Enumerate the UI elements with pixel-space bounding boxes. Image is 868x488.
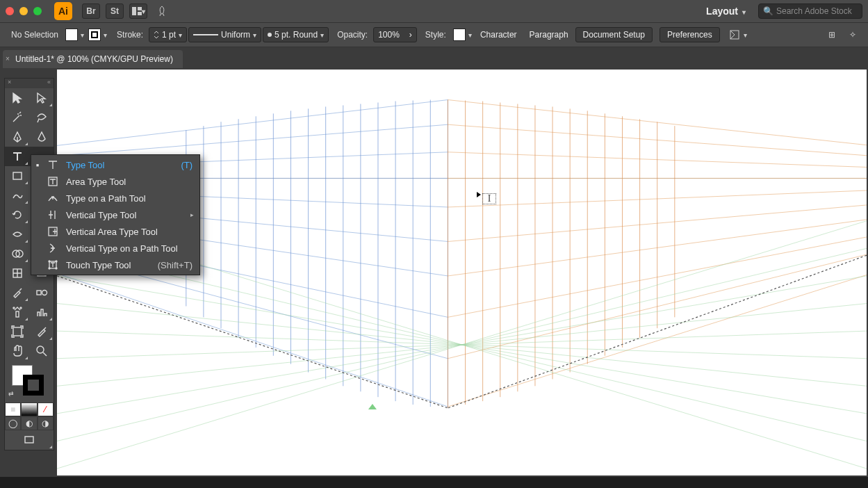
graphic-style-swatch[interactable]	[452, 29, 473, 41]
chevron-down-icon	[744, 30, 747, 40]
style-label: Style:	[425, 30, 446, 40]
flyout-item-touch-type-tool[interactable]: Touch Type Tool (Shift+T)	[31, 257, 199, 273]
stroke-profile-value: Uniform	[221, 30, 250, 40]
gpu-rocket-button[interactable]	[153, 3, 171, 19]
align-to-button[interactable]	[727, 29, 748, 40]
close-window-icon[interactable]	[6, 7, 14, 15]
selection-tool[interactable]	[5, 88, 29, 108]
character-panel-link[interactable]: Character	[480, 30, 517, 40]
stroke-color-icon[interactable]	[23, 375, 44, 396]
svg-point-94	[56, 268, 57, 269]
arrange-documents-button[interactable]	[129, 3, 147, 19]
pen-tool[interactable]	[5, 127, 29, 147]
blend-tool[interactable]	[29, 283, 54, 302]
chevron-down-icon	[253, 30, 256, 40]
flyout-item-vertical-area-type-tool[interactable]: Vertical Area Type Tool	[31, 223, 199, 240]
draw-normal[interactable]: ◯	[5, 416, 21, 430]
curvature-tool[interactable]	[29, 127, 54, 147]
shape-builder-tool[interactable]	[5, 244, 29, 263]
shaper-tool[interactable]	[5, 186, 29, 205]
stock-search[interactable]: 🔍 Search Adobe Stock	[758, 3, 862, 19]
color-mode-none[interactable]: ⁄	[38, 402, 54, 416]
magic-wand-tool[interactable]	[5, 108, 29, 127]
svg-rect-82	[16, 311, 19, 317]
document-setup-button[interactable]: Document Setup	[575, 27, 653, 42]
preferences-button[interactable]: Preferences	[660, 27, 720, 42]
artboard-tool[interactable]	[5, 322, 29, 341]
transform-proxy-icon[interactable]: ⊞	[825, 28, 839, 42]
flyout-item-type-tool[interactable]: ▪ Type Tool (T)	[31, 156, 199, 173]
width-tool[interactable]	[5, 225, 29, 244]
slice-tool[interactable]	[29, 322, 54, 341]
window-controls[interactable]	[6, 7, 42, 15]
stock-button[interactable]: St	[106, 3, 124, 19]
type-icon	[47, 159, 59, 170]
svg-rect-85	[13, 327, 22, 336]
flyout-item-shortcut: (T)	[181, 160, 193, 170]
rectangle-tool[interactable]	[5, 166, 29, 186]
direct-selection-tool[interactable]	[29, 88, 54, 108]
document-tab-title: Untitled-1* @ 100% (CMYK/GPU Preview)	[15, 54, 173, 64]
draw-behind[interactable]: ◐	[21, 416, 37, 430]
flyout-item-label: Type Tool	[66, 160, 174, 170]
chevron-down-icon	[320, 30, 324, 40]
stroke-weight-stepper[interactable]: 1 pt	[149, 27, 187, 42]
chevron-down-icon	[142, 6, 145, 16]
isolate-mode-icon[interactable]: ✧	[846, 28, 860, 42]
svg-rect-87	[25, 437, 33, 443]
flyout-item-vertical-type-on-path-tool[interactable]: Vertical Type on a Path Tool	[31, 240, 199, 257]
eyedropper-tool[interactable]	[5, 283, 29, 302]
flyout-item-label: Vertical Type on a Path Tool	[66, 243, 193, 254]
flyout-item-label: Touch Type Tool	[66, 260, 151, 270]
workspace-switcher[interactable]: Layout	[706, 6, 746, 17]
flyout-item-label: Type on a Path Tool	[66, 193, 193, 204]
flyout-item-vertical-type-tool[interactable]: Vertical Type Tool	[31, 206, 199, 223]
swap-default-colors-icon[interactable]: ⇄	[8, 390, 14, 397]
brush-value: 5 pt. Round	[275, 30, 318, 40]
arrange-icon	[132, 7, 142, 15]
draw-inside[interactable]: ◑	[38, 416, 54, 430]
stepper-arrows-icon	[154, 30, 159, 40]
zoom-tool[interactable]	[29, 341, 54, 361]
opacity-field[interactable]: 100%›	[373, 27, 417, 42]
search-icon: 🔍	[763, 6, 773, 16]
active-marker-icon: ▪	[35, 160, 40, 170]
touch-type-icon	[47, 259, 59, 270]
path-type-icon	[47, 193, 59, 204]
control-bar: No Selection Stroke: 1 pt Uniform 5 pt. …	[0, 22, 868, 47]
vertical-area-type-icon	[47, 226, 59, 237]
variable-width-profile[interactable]: Uniform	[188, 27, 261, 42]
symbol-sprayer-tool[interactable]	[5, 302, 29, 322]
paragraph-panel-link[interactable]: Paragraph	[530, 30, 568, 40]
tools-panel-header[interactable]: ×«	[5, 79, 54, 88]
close-panel-icon[interactable]: ×	[8, 79, 11, 88]
close-tab-icon[interactable]: ×	[6, 55, 10, 63]
color-mode-solid[interactable]: ■	[5, 402, 21, 416]
color-mode-gradient[interactable]	[21, 402, 37, 416]
flyout-item-area-type-tool[interactable]: Area Type Tool	[31, 173, 199, 190]
chevron-down-icon	[468, 30, 472, 40]
document-tab[interactable]: × Untitled-1* @ 100% (CMYK/GPU Preview)	[3, 50, 183, 68]
bridge-button[interactable]: Br	[82, 3, 100, 19]
lasso-tool[interactable]	[29, 108, 54, 127]
bottom-strip	[0, 477, 868, 488]
chevron-down-icon	[179, 30, 182, 40]
fill-stroke-control[interactable]: ⇄	[5, 361, 54, 402]
screen-mode-button[interactable]	[5, 430, 54, 450]
hand-tool[interactable]	[5, 341, 29, 361]
type-tool[interactable]	[5, 147, 29, 166]
flyout-item-label: Vertical Type Tool	[66, 210, 193, 220]
column-graph-tool[interactable]	[29, 302, 54, 322]
rotate-tool[interactable]	[5, 205, 29, 225]
collapse-panel-icon[interactable]: «	[47, 79, 51, 88]
svg-rect-68	[13, 172, 22, 179]
color-mode-row: ■ ⁄	[5, 402, 54, 416]
flyout-item-type-on-path-tool[interactable]: Type on a Path Tool	[31, 190, 199, 206]
minimize-window-icon[interactable]	[19, 7, 28, 15]
brush-definition[interactable]: 5 pt. Round	[263, 27, 329, 42]
zoom-window-icon[interactable]	[33, 7, 42, 15]
mesh-tool[interactable]	[5, 263, 29, 283]
stroke-swatch[interactable]	[87, 29, 108, 41]
fill-swatch[interactable]	[64, 29, 85, 41]
svg-point-93	[49, 268, 50, 269]
